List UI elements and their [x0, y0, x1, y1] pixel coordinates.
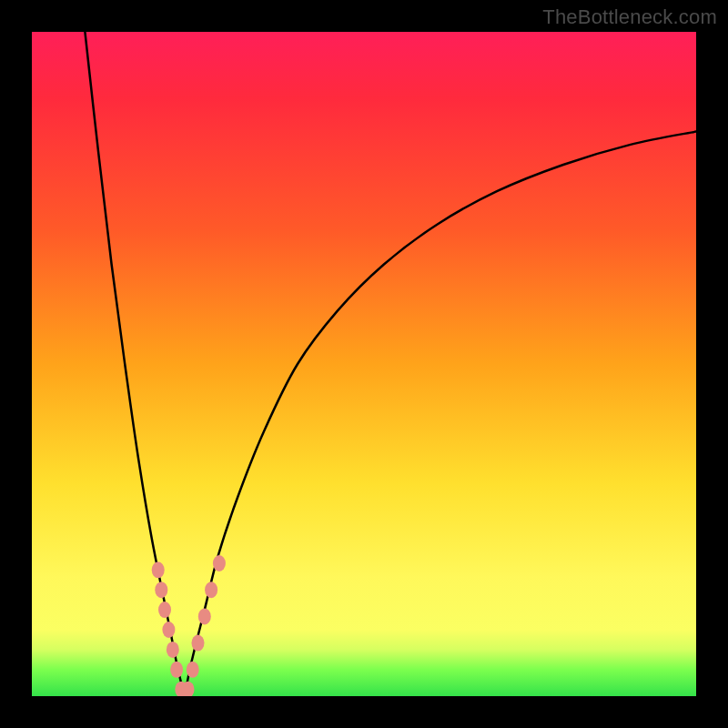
data-marker: [198, 608, 211, 624]
data-marker: [205, 581, 217, 598]
chart-svg: [32, 32, 696, 696]
marker-group: [152, 555, 226, 696]
data-marker: [162, 622, 175, 638]
right-curve: [185, 132, 696, 697]
plot-area: [32, 32, 696, 696]
outer-frame: TheBottleneck.com: [0, 0, 728, 728]
data-marker: [213, 555, 226, 571]
data-marker: [152, 561, 165, 578]
data-marker: [170, 662, 183, 678]
data-marker: [158, 602, 171, 618]
data-marker: [155, 581, 167, 598]
attribution-text: TheBottleneck.com: [542, 5, 717, 29]
data-marker: [167, 642, 179, 658]
left-curve: [85, 32, 184, 696]
data-marker: [187, 662, 199, 678]
data-marker: [192, 635, 205, 652]
